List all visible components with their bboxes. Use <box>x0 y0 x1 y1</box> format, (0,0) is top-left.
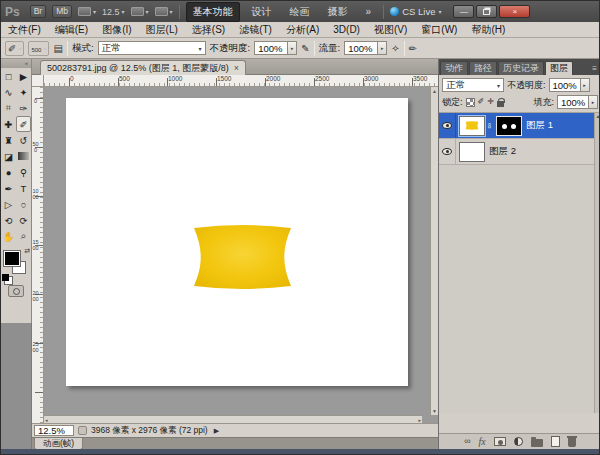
tab-history[interactable]: 历史记录 <box>498 61 544 75</box>
lock-paint-icon[interactable]: ✐ <box>478 98 485 106</box>
quick-mask-button[interactable] <box>8 285 24 297</box>
tool-crop[interactable]: ⌗ <box>1 100 16 116</box>
lock-move-icon[interactable]: ✛ <box>487 98 494 106</box>
brush-size-picker[interactable]: 500 ▾ <box>28 41 49 56</box>
foreground-color-swatch[interactable] <box>4 251 20 266</box>
scroll-up-icon[interactable]: ▲ <box>432 88 437 94</box>
tool-3d-orbit[interactable]: ⟳ <box>16 212 31 228</box>
tool-move[interactable]: ▶ <box>16 68 31 84</box>
close-button[interactable]: × <box>499 5 530 18</box>
default-colors-icon[interactable] <box>2 274 9 281</box>
mask-link-icon[interactable]: ∞ <box>485 122 494 130</box>
layer1-thumbnail[interactable] <box>459 116 485 136</box>
document-size-indicator[interactable]: 3968 像素 x 2976 像素 (72 ppi) ▶ <box>91 425 219 436</box>
layers-blend-mode-select[interactable]: 正常▾ <box>442 78 504 92</box>
tablet-pressure-icon[interactable]: ✏ <box>409 43 417 54</box>
screen-mode-dropdown[interactable]: ▾ <box>155 7 173 16</box>
tool-eraser[interactable]: ◪ <box>1 148 16 164</box>
menu-file[interactable]: 文件(F) <box>1 22 48 38</box>
tool-history-brush[interactable]: ↺ <box>16 132 31 148</box>
mini-bridge-button[interactable]: Mb <box>52 5 72 18</box>
flow-spinner[interactable]: ▸ <box>378 41 387 55</box>
menu-edit[interactable]: 编辑(E) <box>48 22 95 38</box>
scroll-up-icon[interactable]: ▲ <box>596 113 600 119</box>
workspace-overflow-button[interactable]: » <box>360 4 378 19</box>
opacity-spinner[interactable]: ▸ <box>288 41 297 55</box>
menu-layer[interactable]: 图层(L) <box>139 22 185 38</box>
scroll-right-icon[interactable]: ▸ <box>418 417 421 423</box>
horizontal-scrollbar[interactable]: ◂ ▸ <box>44 415 422 423</box>
layer-row-1[interactable]: ∞ 图层 1 <box>439 113 600 139</box>
collapse-tools-button[interactable]: « <box>1 59 31 68</box>
layer-list-scrollbar[interactable]: ▲ <box>594 113 600 413</box>
tool-ellipse-shape[interactable]: ○ <box>16 196 31 212</box>
bridge-button[interactable]: Br <box>30 5 47 18</box>
menu-select[interactable]: 选择(S) <box>185 22 232 38</box>
status-menu-arrow-icon[interactable]: ▶ <box>214 427 219 435</box>
tab-paths[interactable]: 路径 <box>469 61 497 75</box>
add-layer-mask-icon[interactable] <box>494 437 506 446</box>
menu-3d[interactable]: 3D(D) <box>326 22 367 38</box>
tool-rectangular-marquee[interactable]: □ <box>1 68 16 84</box>
layer-name[interactable]: 图层 2 <box>489 145 516 158</box>
lock-all-icon[interactable] <box>497 101 504 107</box>
scroll-down-icon[interactable]: ▼ <box>432 408 437 414</box>
canvas-page[interactable] <box>66 98 408 386</box>
tool-hand[interactable]: ✋ <box>1 228 16 244</box>
document-tab[interactable]: 500283791.jpg @ 12.5% (图层 1, 图层蒙版/8) × <box>40 60 246 75</box>
close-document-icon[interactable]: × <box>234 64 239 73</box>
layer-row-2[interactable]: 图层 2 <box>439 139 600 165</box>
delete-layer-icon[interactable] <box>568 438 576 447</box>
toggle-brush-panel-icon[interactable]: ▤ <box>53 43 62 54</box>
workspace-design-button[interactable]: 设计 <box>246 3 278 21</box>
tool-blur[interactable]: ● <box>1 164 16 180</box>
workspace-basic-button[interactable]: 基本功能 <box>186 2 240 22</box>
brush-tool-preset[interactable]: ✐▾ <box>5 41 24 56</box>
tool-type[interactable]: T <box>16 180 31 196</box>
visibility-toggle[interactable] <box>439 139 456 164</box>
tool-clone-stamp[interactable]: ♜ <box>1 132 16 148</box>
layer1-mask-thumbnail[interactable] <box>496 116 522 136</box>
flow-input[interactable]: 100% <box>344 41 378 55</box>
tool-gradient[interactable] <box>16 148 31 164</box>
pressure-opacity-icon[interactable]: ✎ <box>301 43 309 54</box>
minimize-button[interactable]: — <box>453 5 474 18</box>
view-extras-dropdown[interactable]: ▾ <box>78 7 96 16</box>
layers-opacity-input[interactable]: 100% <box>549 78 581 92</box>
new-adjustment-layer-icon[interactable] <box>514 437 523 446</box>
menu-help[interactable]: 帮助(H) <box>464 22 512 38</box>
tool-3d-rotate[interactable]: ⟲ <box>1 212 16 228</box>
tool-lasso[interactable]: ∿ <box>1 84 16 100</box>
tool-pen[interactable]: ✒ <box>1 180 16 196</box>
restore-button[interactable] <box>476 5 497 18</box>
tool-spot-healing-brush[interactable]: ✚ <box>1 116 16 132</box>
blend-mode-select[interactable]: 正常▾ <box>98 41 206 55</box>
tab-actions[interactable]: 动作 <box>440 61 468 75</box>
fill-input[interactable]: 100% <box>557 95 589 109</box>
tab-layers[interactable]: 图层 <box>545 61 573 75</box>
menu-analysis[interactable]: 分析(A) <box>279 22 326 38</box>
layers-opacity-spinner[interactable]: ▸ <box>581 78 590 92</box>
arrange-documents-dropdown[interactable]: ▾ <box>131 7 149 16</box>
workspace-painting-button[interactable]: 绘画 <box>284 3 316 21</box>
new-layer-icon[interactable] <box>551 436 560 447</box>
opacity-input[interactable]: 100% <box>254 41 288 55</box>
new-group-icon[interactable] <box>531 439 543 447</box>
scroll-left-icon[interactable]: ◂ <box>45 417 48 423</box>
swap-colors-icon[interactable]: ⇄ <box>24 247 30 255</box>
menu-window[interactable]: 窗口(W) <box>414 22 464 38</box>
fill-spinner[interactable]: ▸ <box>589 95 598 109</box>
tool-magic-wand[interactable]: ✦ <box>16 84 31 100</box>
layer-name[interactable]: 图层 1 <box>526 119 553 132</box>
panel-menu-icon[interactable]: ≡ <box>588 64 600 75</box>
tool-eyedropper[interactable]: ✑ <box>16 100 31 116</box>
airbrush-icon[interactable]: ✧ <box>391 43 399 54</box>
menu-filter[interactable]: 滤镜(T) <box>232 22 279 38</box>
status-zoom-field[interactable]: 12.5% <box>34 425 74 436</box>
menu-image[interactable]: 图像(I) <box>95 22 138 38</box>
menu-view[interactable]: 视图(V) <box>367 22 414 38</box>
link-layers-icon[interactable]: ∞ <box>464 437 470 446</box>
lock-transparency-icon[interactable] <box>466 98 475 107</box>
layer-style-icon[interactable]: fx <box>479 437 486 447</box>
tool-zoom[interactable]: ⌕ <box>16 228 31 244</box>
